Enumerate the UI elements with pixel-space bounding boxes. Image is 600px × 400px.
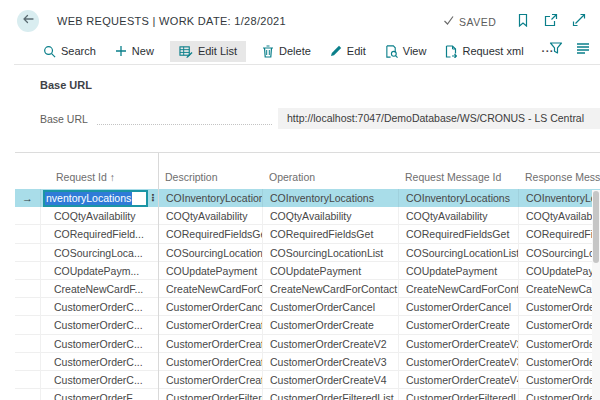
cell-description[interactable]: COInventoryLocations — [159, 189, 263, 207]
cell-operation[interactable]: CustomerOrderCreateV3 — [263, 353, 399, 371]
table-row[interactable]: CustomerOrderC...CustomerOrderCreateCust… — [15, 316, 600, 334]
cell-request-id[interactable]: CreateNewCardF... — [41, 280, 159, 298]
new-button[interactable]: New — [112, 41, 157, 61]
cell-response-message-id[interactable]: CustomerOrderCreate — [519, 316, 600, 334]
table-row[interactable]: CreateNewCardF...CreateNewCardForContact… — [15, 280, 600, 298]
cell-response-message-id[interactable]: CustomerOrderCreateV2 — [519, 335, 600, 353]
filter-icon[interactable] — [549, 41, 563, 55]
cell-request-message-id[interactable]: CustomerOrderCreateV2 — [399, 335, 519, 353]
cell-request-message-id[interactable]: COInventoryLocations — [399, 189, 519, 207]
edit-list-button[interactable]: Edit List — [170, 41, 246, 62]
cell-request-id[interactable]: CustomerOrderC... — [41, 371, 159, 389]
cell-request-id[interactable]: CustomerOrderF... — [41, 389, 159, 400]
table-row[interactable]: CustomerOrderC...CustomerOrderCreateV4Cu… — [15, 371, 600, 389]
cell-description[interactable]: COQtyAvailability — [159, 207, 263, 225]
cell-request-message-id[interactable]: COSourcingLocationList — [399, 244, 519, 262]
cell-description[interactable]: CustomerOrderCreate — [159, 316, 263, 334]
cell-response-message-id[interactable]: CustomerOrderFilteredList — [519, 389, 600, 400]
table-row[interactable]: COUpdatePaym...COUpdatePaymentCOUpdatePa… — [15, 262, 600, 280]
cell-operation[interactable]: CustomerOrderCreateV2 — [263, 335, 399, 353]
cell-request-id[interactable]: COSourcingLoca... — [41, 244, 159, 262]
cell-description[interactable]: CreateNewCardForContact — [159, 280, 263, 298]
back-arrow-icon — [21, 12, 35, 30]
table-row[interactable]: COQtyAvailabilityCOQtyAvailabilityCOQtyA… — [15, 207, 600, 225]
list-layout-icon[interactable] — [576, 41, 590, 55]
cell-description[interactable]: COSourcingLocationList — [159, 244, 263, 262]
cell-description[interactable]: COUpdatePayment — [159, 262, 263, 280]
cell-description[interactable]: CORequiredFieldsGet — [159, 225, 263, 243]
cell-operation[interactable]: CreateNewCardForContact — [263, 280, 399, 298]
cell-request-message-id[interactable]: CustomerOrderCreateV4 — [399, 371, 519, 389]
column-header-request-id[interactable]: Request Id↑ — [40, 171, 158, 189]
cell-request-message-id[interactable]: CORequiredFieldsGet — [399, 225, 519, 243]
table-row[interactable]: CustomerOrderC...CustomerOrderCreateV3Cu… — [15, 353, 600, 371]
cell-request-message-id[interactable]: COQtyAvailability — [399, 207, 519, 225]
back-button[interactable] — [17, 10, 39, 32]
table-row[interactable]: COSourcingLoca...COSourcingLocationListC… — [15, 244, 600, 262]
table-row[interactable]: CustomerOrderF...CustomerOrderFilteredLi… — [15, 389, 600, 400]
cell-response-message-id[interactable]: CustomerOrderCancel — [519, 298, 600, 316]
cell-request-message-id[interactable]: CustomerOrderFilteredList — [399, 389, 519, 400]
column-header-description[interactable]: Description — [158, 171, 262, 189]
selection-arrow-icon: → — [22, 189, 33, 207]
cell-response-message-id[interactable]: CreateNewCardForContact — [519, 280, 600, 298]
scrollbar-thumb[interactable] — [593, 191, 599, 263]
cell-request-message-id[interactable]: CustomerOrderCreate — [399, 316, 519, 334]
cell-operation[interactable]: CustomerOrderCreateV4 — [263, 371, 399, 389]
cell-request-id[interactable]: CustomerOrderC... — [41, 335, 159, 353]
cell-response-message-id[interactable]: COSourcingLocationList — [519, 244, 600, 262]
cell-request-message-id[interactable]: CreateNewCardForContact — [399, 280, 519, 298]
cell-request-id[interactable]: COQtyAvailability — [41, 207, 159, 225]
view-button[interactable]: View — [382, 41, 430, 62]
cell-request-id[interactable]: CORequiredField... — [41, 225, 159, 243]
column-header-request-message-id[interactable]: Request Message Id — [398, 171, 518, 189]
cell-description[interactable]: CustomerOrderCreateV4 — [159, 371, 263, 389]
dotted-leader — [97, 112, 272, 125]
row-indicator — [15, 298, 41, 316]
cell-operation[interactable]: COSourcingLocationList — [263, 244, 399, 262]
cell-request-id[interactable]: CustomerOrderC... — [41, 353, 159, 371]
cell-description[interactable]: CustomerOrderCreateV2 — [159, 335, 263, 353]
cell-response-message-id[interactable]: COQtyAvailability — [519, 207, 600, 225]
edit-button[interactable]: Edit — [327, 41, 369, 61]
cell-description[interactable]: CustomerOrderFilteredList — [159, 389, 263, 400]
row-options-icon[interactable]: ⋮ — [148, 189, 159, 207]
cell-response-message-id[interactable]: CustomerOrderCreateV4 — [519, 371, 600, 389]
cell-request-message-id[interactable]: COUpdatePayment — [399, 262, 519, 280]
table-row[interactable]: CustomerOrderC...CustomerOrderCancelCust… — [15, 298, 600, 316]
cell-description[interactable]: CustomerOrderCancel — [159, 298, 263, 316]
cell-request-id[interactable]: CustomerOrderC... — [41, 298, 159, 316]
cell-request-id[interactable]: COUpdatePaym... — [41, 262, 159, 280]
open-in-window-icon[interactable] — [544, 13, 558, 27]
cell-response-message-id[interactable]: COUpdatePayment — [519, 262, 600, 280]
delete-button[interactable]: Delete — [259, 41, 314, 62]
cell-request-message-id[interactable]: CustomerOrderCancel — [399, 298, 519, 316]
search-icon — [43, 45, 56, 58]
cell-operation[interactable]: COUpdatePayment — [263, 262, 399, 280]
table-row[interactable]: →nventoryLocations⋮COInventoryLocationsC… — [15, 189, 600, 207]
cell-operation[interactable]: COInventoryLocations — [263, 189, 399, 207]
inline-edit-cell[interactable]: nventoryLocations — [43, 190, 148, 207]
vertical-scrollbar[interactable] — [592, 190, 600, 400]
cell-operation[interactable]: COQtyAvailability — [263, 207, 399, 225]
cell-request-id[interactable]: nventoryLocations⋮ — [41, 189, 159, 207]
bookmark-icon[interactable] — [516, 13, 530, 27]
cell-response-message-id[interactable]: CORequiredFieldsGet — [519, 225, 600, 243]
column-header-operation[interactable]: Operation — [262, 171, 398, 189]
column-header-response-message-id[interactable]: Response Message Id — [518, 171, 600, 189]
cell-response-message-id[interactable]: CustomerOrderCreateV3 — [519, 353, 600, 371]
request-xml-button[interactable]: Request xml — [442, 41, 526, 62]
cell-operation[interactable]: CustomerOrderCreate — [263, 316, 399, 334]
cell-request-message-id[interactable]: CustomerOrderCreateV3 — [399, 353, 519, 371]
cell-description[interactable]: CustomerOrderCreateV3 — [159, 353, 263, 371]
cell-operation[interactable]: CustomerOrderCancel — [263, 298, 399, 316]
table-row[interactable]: CustomerOrderC...CustomerOrderCreateV2Cu… — [15, 335, 600, 353]
base-url-input[interactable]: http://localhost:7047/DemoDatabase/WS/CR… — [278, 108, 600, 129]
cell-request-id[interactable]: CustomerOrderC... — [41, 316, 159, 334]
cell-operation[interactable]: CustomerOrderFilteredList — [263, 389, 399, 400]
expand-fullscreen-icon[interactable] — [572, 13, 586, 27]
table-row[interactable]: CORequiredField...CORequiredFieldsGetCOR… — [15, 225, 600, 243]
cell-operation[interactable]: CORequiredFieldsGet — [263, 225, 399, 243]
search-button[interactable]: Search — [40, 41, 99, 62]
cell-response-message-id[interactable]: COInventoryLocations — [519, 189, 600, 207]
